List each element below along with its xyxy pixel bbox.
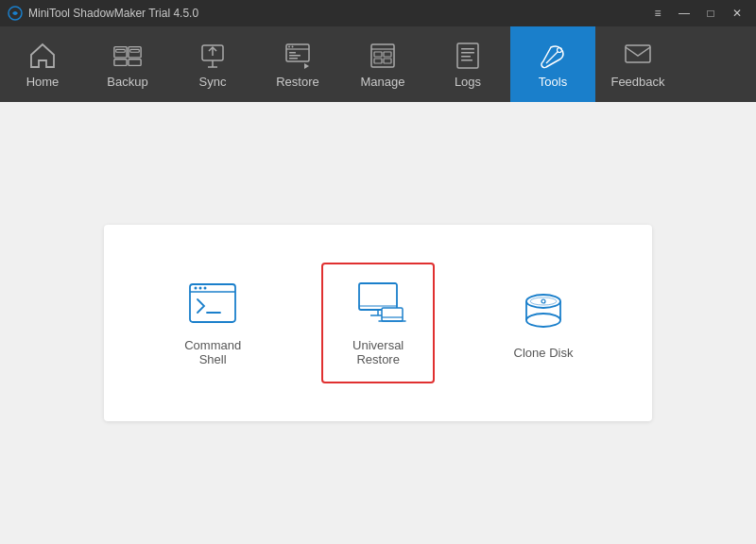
svg-point-11 — [292, 45, 294, 47]
navbar: Home Backup Sync — [0, 26, 756, 102]
svg-rect-23 — [461, 52, 474, 54]
nav-label-restore: Restore — [276, 75, 319, 89]
nav-label-sync: Sync — [199, 75, 227, 89]
tool-label-clone-disk: Clone Disk — [514, 346, 574, 360]
app-title: MiniTool ShadowMaker Trial 4.5.0 — [28, 7, 198, 20]
nav-label-manage: Manage — [361, 75, 405, 89]
svg-rect-12 — [289, 52, 296, 54]
tool-item-inner-command-shell: Command Shell — [161, 263, 265, 383]
tool-label-command-shell: Command Shell — [178, 338, 248, 366]
home-icon — [27, 41, 58, 71]
nav-item-backup[interactable]: Backup — [85, 26, 170, 102]
svg-rect-5 — [114, 59, 127, 65]
svg-rect-4 — [130, 49, 139, 52]
nav-label-home: Home — [26, 75, 60, 89]
app-logo-icon — [8, 6, 23, 21]
nav-label-tools: Tools — [539, 75, 567, 89]
svg-rect-20 — [384, 59, 391, 63]
restore-icon — [283, 41, 313, 71]
svg-rect-22 — [461, 48, 474, 50]
tools-icon — [538, 41, 568, 71]
svg-rect-18 — [374, 59, 382, 63]
logs-icon — [453, 41, 483, 71]
menu-button[interactable]: ≡ — [646, 4, 669, 23]
svg-rect-25 — [461, 60, 472, 61]
nav-item-manage[interactable]: Manage — [340, 26, 425, 102]
svg-point-33 — [204, 287, 207, 290]
svg-rect-28 — [626, 45, 650, 62]
backup-icon — [112, 41, 143, 71]
manage-icon — [368, 41, 398, 71]
svg-rect-24 — [461, 56, 471, 58]
svg-rect-29 — [190, 284, 235, 322]
titlebar-left: MiniTool ShadowMaker Trial 4.5.0 — [8, 6, 198, 21]
svg-point-27 — [558, 47, 562, 52]
tool-item-inner-universal-restore: Universal Restore — [321, 263, 435, 383]
tool-label-universal-restore: Universal Restore — [338, 338, 418, 366]
feedback-icon — [623, 41, 653, 71]
close-button[interactable]: ✕ — [726, 4, 748, 23]
svg-rect-6 — [129, 59, 141, 65]
maximize-button[interactable]: □ — [699, 4, 722, 23]
svg-rect-19 — [384, 52, 391, 57]
svg-point-46 — [530, 298, 557, 305]
svg-point-32 — [199, 287, 202, 290]
minimize-button[interactable]: — — [673, 4, 696, 23]
tool-item-universal-restore[interactable]: Universal Restore — [321, 263, 435, 383]
nav-item-restore[interactable]: Restore — [255, 26, 340, 102]
tools-panel: Command Shell — [104, 225, 652, 421]
nav-item-sync[interactable]: Sync — [170, 26, 255, 102]
tool-item-inner-clone-disk: Clone Disk — [497, 270, 591, 377]
tool-item-command-shell[interactable]: Command Shell — [161, 263, 265, 383]
titlebar-controls[interactable]: ≡ — □ ✕ — [646, 4, 748, 23]
svg-point-42 — [526, 295, 560, 308]
universal-restore-icon — [350, 280, 406, 327]
tool-item-clone-disk[interactable]: Clone Disk — [491, 270, 595, 377]
svg-point-47 — [541, 299, 545, 303]
svg-point-45 — [526, 314, 560, 327]
titlebar: MiniTool ShadowMaker Trial 4.5.0 ≡ — □ ✕ — [0, 0, 756, 26]
svg-rect-2 — [116, 49, 125, 52]
svg-point-31 — [195, 287, 198, 290]
main-content: Command Shell — [0, 102, 756, 544]
nav-item-feedback[interactable]: Feedback — [595, 26, 680, 102]
nav-item-home[interactable]: Home — [0, 26, 85, 102]
nav-item-tools[interactable]: Tools — [510, 26, 595, 102]
svg-rect-14 — [289, 58, 298, 60]
nav-label-logs: Logs — [455, 75, 481, 89]
svg-rect-39 — [382, 308, 403, 321]
nav-label-backup: Backup — [107, 75, 147, 89]
nav-label-feedback: Feedback — [610, 75, 664, 89]
nav-item-logs[interactable]: Logs — [425, 26, 510, 102]
svg-point-10 — [288, 45, 290, 47]
command-shell-icon — [184, 280, 241, 327]
sync-icon — [198, 41, 228, 71]
svg-rect-13 — [289, 55, 301, 57]
clone-disk-icon — [515, 287, 572, 334]
svg-rect-17 — [374, 52, 382, 57]
